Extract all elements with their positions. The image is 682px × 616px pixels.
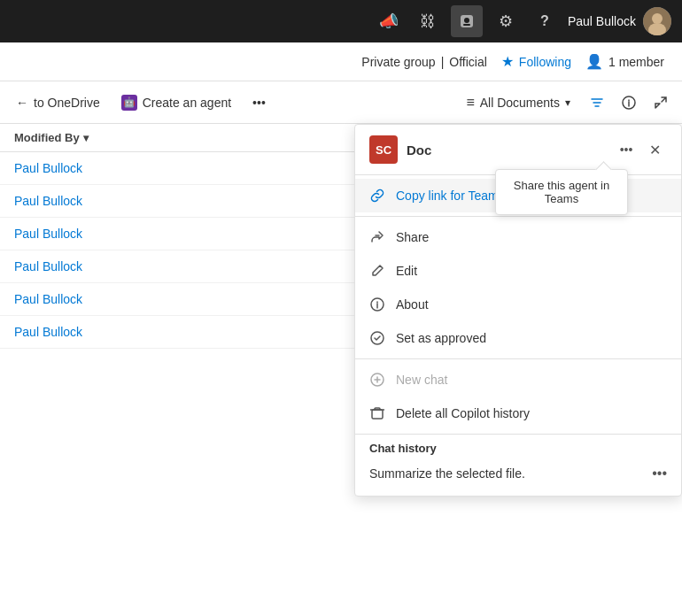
svg-point-4 [652, 13, 663, 24]
panel-more-button[interactable]: ••• [614, 137, 639, 162]
chat-history-item[interactable]: Summarize the selected file. ••• [369, 458, 667, 489]
row-user: Paul Bullock [14, 259, 82, 273]
set-approved-item[interactable]: Set as approved [355, 321, 681, 355]
network-icon[interactable]: ⛓ [412, 5, 444, 37]
new-chat-item: New chat [355, 363, 681, 397]
agent-button-icon: 🤖 [121, 95, 137, 111]
delete-history-label: Delete all Copilot history [396, 406, 530, 420]
row-user: Paul Bullock [14, 161, 82, 175]
row-user: Paul Bullock [14, 227, 82, 241]
approved-icon [369, 330, 385, 346]
following-item[interactable]: ★ Following [501, 53, 571, 70]
row-user: Paul Bullock [14, 194, 82, 208]
toolbar-right: ≡ All Documents ▾ [457, 89, 675, 117]
help-icon[interactable]: ? [529, 5, 561, 37]
tooltip-text: Share this agent in Teams [514, 179, 609, 205]
new-chat-label: New chat [396, 373, 447, 387]
sort-icon: ▾ [83, 132, 89, 144]
about-item[interactable]: About [355, 288, 681, 321]
avatar [643, 7, 671, 35]
content-area: Modified By ▾ + Add column Paul Bullock … [0, 124, 682, 616]
following-label: Following [519, 55, 571, 69]
panel-header: SC Doc ••• ✕ [355, 125, 681, 175]
toolbar-left: ← to OneDrive 🤖 Create an agent ••• [7, 89, 275, 116]
create-agent-label: Create an agent [143, 96, 231, 110]
chat-history-title: Chat history [369, 442, 667, 455]
modified-by-header: Modified By [14, 131, 80, 144]
panel-close-button[interactable]: ✕ [642, 137, 667, 162]
star-icon: ★ [501, 53, 514, 70]
all-docs-label: All Documents [480, 96, 560, 110]
row-user: Paul Bullock [14, 325, 82, 339]
edit-item[interactable]: Edit [355, 254, 681, 288]
official-label: Official [449, 55, 487, 69]
panel-header-actions: ••• ✕ [614, 137, 667, 162]
expand-button[interactable] [647, 89, 675, 117]
dropdown-panel: SC Doc ••• ✕ Share this agent in Teams [354, 124, 682, 497]
delete-icon [369, 405, 385, 421]
menu-section-chat: New chat Delete all Copilot history [355, 359, 681, 435]
row-user: Paul Bullock [14, 292, 82, 306]
create-agent-button[interactable]: 🤖 Create an agent [112, 89, 240, 116]
svg-rect-10 [372, 410, 383, 419]
tooltip-bubble: Share this agent in Teams [495, 169, 628, 215]
copy-link-label: Copy link for Teams [396, 189, 505, 203]
back-to-onedrive-button[interactable]: ← to OneDrive [7, 90, 109, 115]
user-profile[interactable]: Paul Bullock [568, 7, 671, 35]
edit-label: Edit [396, 264, 417, 278]
chat-more-icon[interactable]: ••• [652, 466, 667, 481]
svg-rect-2 [463, 24, 470, 26]
chevron-down-icon: ▾ [565, 96, 570, 109]
approved-label: Set as approved [396, 331, 486, 345]
link-icon [369, 188, 385, 204]
about-label: About [396, 297, 429, 312]
chat-history-section: Chat history Summarize the selected file… [355, 435, 681, 496]
edit-icon [369, 263, 385, 279]
member-count-label: 1 member [608, 55, 664, 69]
more-button[interactable]: ••• [244, 90, 275, 115]
gear-icon[interactable]: ⚙ [490, 5, 522, 37]
person-icon: 👤 [585, 53, 603, 70]
member-count: 👤 1 member [585, 53, 664, 70]
info-icon [369, 296, 385, 312]
share-label: Share [396, 230, 429, 244]
megaphone-icon[interactable]: 📣 [373, 5, 405, 37]
list-icon: ≡ [466, 95, 474, 111]
all-documents-button[interactable]: ≡ All Documents ▾ [457, 89, 579, 116]
toolbar: ← to OneDrive 🤖 Create an agent ••• ≡ Al… [0, 81, 682, 124]
share-item[interactable]: Share [355, 220, 681, 254]
top-nav: 📣 ⛓ ⚙ ? Paul Bullock [0, 0, 682, 42]
new-chat-icon [369, 372, 385, 388]
svg-point-1 [464, 18, 469, 23]
more-icon: ••• [252, 96, 266, 110]
separator: | [441, 55, 445, 69]
group-bar: Private group | Official ★ Following 👤 1… [0, 42, 682, 81]
delete-history-item[interactable]: Delete all Copilot history [355, 397, 681, 430]
group-info: Private group | Official [361, 55, 486, 69]
agent-avatar: SC [369, 135, 398, 164]
panel-title: Doc [407, 142, 605, 158]
info-button[interactable] [615, 89, 643, 117]
chat-history-text: Summarize the selected file. [369, 466, 525, 481]
filter-button[interactable] [583, 89, 611, 117]
back-label: to OneDrive [34, 96, 100, 110]
agent-nav-icon[interactable] [451, 5, 483, 37]
user-name: Paul Bullock [568, 14, 636, 28]
share-icon [369, 229, 385, 245]
private-group-label: Private group [361, 55, 435, 69]
menu-section-actions: Share Edit About [355, 217, 681, 359]
back-icon: ← [16, 96, 28, 110]
